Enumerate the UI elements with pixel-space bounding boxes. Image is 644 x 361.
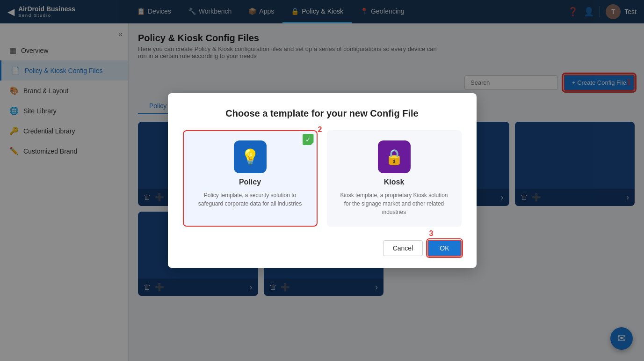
modal-cancel-button[interactable]: Cancel bbox=[383, 240, 423, 256]
step-3-badge: 3 bbox=[429, 229, 434, 238]
policy-template-icon: 💡 bbox=[234, 140, 267, 173]
template-options: 2 ✓ 💡 Policy Policy template, a security… bbox=[183, 130, 462, 227]
kiosk-template-name: Kiosk bbox=[384, 178, 405, 186]
modal-ok-button[interactable]: OK bbox=[427, 240, 461, 257]
template-card-kiosk[interactable]: 🔒 Kiosk Kiosk template, a proprietary Ki… bbox=[327, 130, 462, 227]
policy-template-description: Policy template, a security solution to … bbox=[193, 191, 307, 208]
modal-overlay[interactable]: Choose a template for your new Config Fi… bbox=[0, 0, 644, 361]
modal-title: Choose a template for your new Config Fi… bbox=[183, 108, 462, 119]
policy-template-name: Policy bbox=[239, 178, 261, 186]
modal-footer: 3 Cancel OK bbox=[183, 240, 462, 257]
kiosk-template-icon: 🔒 bbox=[378, 140, 411, 173]
template-modal: Choose a template for your new Config Fi… bbox=[168, 93, 477, 268]
kiosk-template-description: Kiosk template, a proprietary Kiosk solu… bbox=[337, 191, 451, 216]
step-2-badge: 2 bbox=[318, 125, 322, 134]
template-card-policy[interactable]: 2 ✓ 💡 Policy Policy template, a security… bbox=[183, 130, 318, 227]
check-badge: ✓ bbox=[303, 134, 314, 145]
